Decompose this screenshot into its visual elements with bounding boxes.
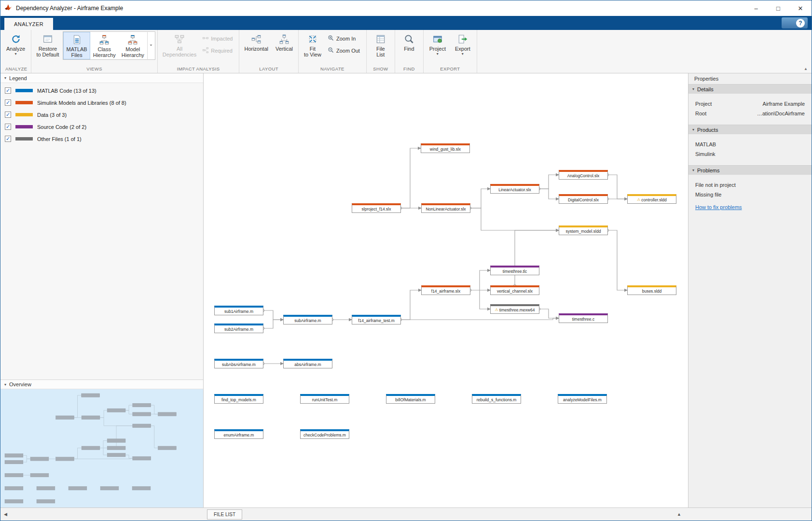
file-list-tab[interactable]: FILE LIST xyxy=(207,509,242,520)
graph-node-find-top-models[interactable]: find_top_models.m xyxy=(214,394,263,404)
graph-node-label: slproject_f14.slx xyxy=(362,207,391,211)
graph-node-subairframe[interactable]: subAirframe.m xyxy=(283,315,332,324)
properties-item: MATLAB xyxy=(688,140,812,149)
chevron-down-icon xyxy=(149,43,153,49)
tab-analyzer[interactable]: ANALYZER xyxy=(4,18,53,30)
zoom-in-icon xyxy=(328,35,334,42)
zoom-in-button[interactable]: Zoom In xyxy=(326,33,364,44)
graph-node-timesthree-tlc[interactable]: timesthree.tlc xyxy=(490,266,539,275)
fit-to-view-button[interactable]: Fitto View xyxy=(301,31,325,59)
horizontal-label: Horizontal xyxy=(244,46,268,52)
graph-node-system-model-sldd[interactable]: system_model.sldd xyxy=(559,225,608,235)
matlab-files-button[interactable]: MATLABFiles xyxy=(63,32,90,59)
legend-item-other: ✓Other Files (1 of 1) xyxy=(0,133,203,145)
graph-node-slproject-f14[interactable]: slproject_f14.slx xyxy=(352,203,401,213)
zoom-out-button[interactable]: Zoom Out xyxy=(326,45,364,56)
graph-node-absairframe[interactable]: absAirframe.m xyxy=(283,359,332,368)
export-icon xyxy=(457,34,468,45)
vertical-icon xyxy=(279,34,289,45)
left-panel: ▾ Legend ✓MATLAB Code (13 of 13)✓Simulin… xyxy=(0,73,204,507)
properties-sections: ▾DetailsProjectAirframe ExampleRoot…atio… xyxy=(688,84,812,217)
graph-node-label: find_top_models.m xyxy=(221,397,256,402)
toolbar-group-views: Restoreto DefaultMATLABFilesClassHierarc… xyxy=(31,30,157,73)
model-hierarchy-button[interactable]: ModelHierarchy xyxy=(119,32,147,59)
graph-node-linear-actuator[interactable]: LinearActuator.slx xyxy=(490,184,539,194)
minimize-button[interactable]: – xyxy=(745,0,767,16)
how-to-fix-problems-link[interactable]: How to fix problems xyxy=(688,199,812,211)
toolbar-group-label-navigate: NAVIGATE xyxy=(301,65,364,73)
chevron-down-icon: ▾ xyxy=(462,52,464,56)
matlab-files-icon xyxy=(71,34,82,46)
graph-node-digital-control[interactable]: DigitalControl.slx xyxy=(559,194,608,204)
impacted-button: Impacted xyxy=(200,33,237,44)
graph-node-f14-airframe[interactable]: f14_airframe.slx xyxy=(421,285,470,295)
checkbox-other[interactable]: ✓ xyxy=(5,136,11,142)
maximize-button[interactable]: □ xyxy=(767,0,789,16)
graph-node-sub1airframe[interactable]: sub1Airframe.m xyxy=(214,306,263,315)
graph-node-sub2airframe[interactable]: sub2Airframe.m xyxy=(214,324,263,333)
graph-node-rebuild-s-functions[interactable]: rebuild_s_functions.m xyxy=(472,394,521,404)
vertical-button[interactable]: Vertical xyxy=(272,31,296,53)
project-label: Project xyxy=(429,46,446,52)
file-list-icon xyxy=(375,34,386,45)
collapse-triangle-icon: ▾ xyxy=(4,382,6,387)
export-button[interactable]: Export▾ xyxy=(451,31,475,57)
graph-node-analog-control[interactable]: AnalogControl.slx xyxy=(559,170,608,180)
graph-node-checkcodeproblems[interactable]: checkCodeProblems.m xyxy=(300,429,349,439)
checkbox-matlab[interactable]: ✓ xyxy=(5,87,11,94)
overview-minimap[interactable] xyxy=(0,389,203,507)
graph-node-subabsairframe[interactable]: subAbsAirframe.m xyxy=(214,359,263,368)
views-gallery-button[interactable] xyxy=(147,32,155,59)
graph-node-timesthree-mexw64[interactable]: ⚠timesthree.mexw64 xyxy=(490,304,539,314)
toolbar-group-label-find: FIND xyxy=(397,65,421,73)
graph-node-analyzemodelfiles[interactable]: analyzeModelFiles.m xyxy=(558,394,607,404)
checkbox-simulink[interactable]: ✓ xyxy=(5,99,11,106)
scroll-left-icon[interactable]: ◀ xyxy=(4,512,7,517)
legend-header[interactable]: ▾ Legend xyxy=(0,73,203,83)
graph-node-buses-sldd[interactable]: buses.sldd xyxy=(627,285,676,295)
bottom-bar: ◀ FILE LIST ▲ xyxy=(0,507,812,521)
horizontal-button[interactable]: Horizontal xyxy=(241,31,271,53)
project-button[interactable]: Project▾ xyxy=(426,31,450,57)
graph-node-controller-sldd[interactable]: ⚠controller.sldd xyxy=(627,194,676,204)
graph-node-f14-airframe-test[interactable]: f14_airframe_test.m xyxy=(352,315,401,324)
properties-section-header-problems[interactable]: ▾Problems xyxy=(688,165,812,175)
analyze-button[interactable]: Analyze▾ xyxy=(3,31,28,57)
all-dependencies-label: AllDependencies xyxy=(163,46,196,57)
help-button[interactable]: ? xyxy=(796,19,805,28)
graph-node-nonlinear-actuator[interactable]: NonLinearActuator.slx xyxy=(421,203,470,213)
graph-node-timesthree-c[interactable]: timesthree.c xyxy=(559,313,608,323)
properties-section-header-products[interactable]: ▾Products xyxy=(688,125,812,134)
bottom-collapse-icon[interactable]: ▲ xyxy=(677,512,681,517)
export-label: Export xyxy=(455,46,470,52)
legend-color-swatch xyxy=(15,137,33,141)
graph-node-enumairframe[interactable]: enumAirframe.m xyxy=(214,429,263,439)
properties-section-header-details[interactable]: ▾Details xyxy=(688,84,812,94)
restore-icon xyxy=(42,34,53,45)
graph-node-label: sub1Airframe.m xyxy=(224,309,253,314)
graph-node-vertical-channel[interactable]: vertical_channel.slx xyxy=(490,285,539,295)
project-icon xyxy=(432,34,443,45)
properties-panel: Properties ▾DetailsProjectAirframe Examp… xyxy=(688,73,812,507)
graph-node-label: runUnitTest.m xyxy=(312,397,337,402)
restore-to-default-button[interactable]: Restoreto Default xyxy=(33,31,62,59)
graph-node-wind-gust-lib[interactable]: wind_gust_lib.slx xyxy=(421,143,470,153)
properties-title: Properties xyxy=(688,73,812,84)
close-button[interactable]: ✕ xyxy=(789,0,812,16)
class-hierarchy-button[interactable]: ClassHierarchy xyxy=(90,32,119,59)
toolstrip-collapse-icon[interactable]: ▲ xyxy=(804,67,808,71)
checkbox-data[interactable]: ✓ xyxy=(5,112,11,118)
graph-node-label: absAirframe.m xyxy=(294,362,321,367)
graph-node-billofmaterials[interactable]: billOfMaterials.m xyxy=(386,394,435,404)
property-key: Project xyxy=(695,101,712,107)
legend-color-swatch xyxy=(15,101,33,104)
find-button[interactable]: Find xyxy=(397,31,421,53)
toolbar-group-navigate: Fitto ViewZoom InZoom OutNAVIGATE xyxy=(299,30,367,73)
overview-header[interactable]: ▾ Overview xyxy=(0,380,203,389)
dependency-graph-canvas[interactable]: wind_gust_lib.slxslproject_f14.slxNonLin… xyxy=(204,73,688,507)
legend-item-matlab: ✓MATLAB Code (13 of 13) xyxy=(0,84,203,97)
file-list-button[interactable]: FileList xyxy=(369,31,393,59)
checkbox-source[interactable]: ✓ xyxy=(5,124,11,130)
class-hierarchy-icon xyxy=(99,34,110,46)
graph-node-rununittest[interactable]: runUnitTest.m xyxy=(300,394,349,404)
